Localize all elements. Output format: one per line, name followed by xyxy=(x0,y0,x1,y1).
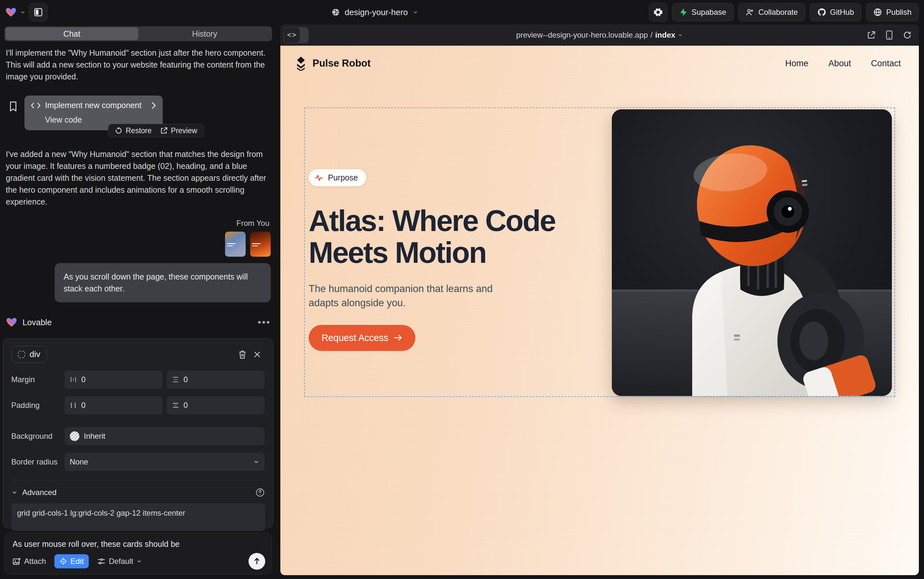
classes-textarea[interactable]: grid grid-cols-1 lg:grid-cols-2 gap-12 i… xyxy=(11,504,265,531)
chevron-down-icon xyxy=(253,459,260,465)
divider xyxy=(11,480,264,480)
element-tag: div xyxy=(29,349,40,359)
element-outline-icon xyxy=(18,351,25,358)
close-icon xyxy=(253,351,261,358)
attachment-image[interactable] xyxy=(225,232,246,257)
preview-toolbar-actions xyxy=(867,25,912,46)
url-separator: / xyxy=(650,31,653,39)
advanced-section-header[interactable]: Advanced xyxy=(11,488,264,497)
assistant-message: I've added a new "Why Humanoid" section … xyxy=(6,148,266,208)
margin-y-value: 0 xyxy=(184,375,188,384)
close-inspector-button[interactable] xyxy=(250,347,264,362)
settings-button[interactable] xyxy=(649,3,668,21)
supabase-label: Supabase xyxy=(692,8,726,17)
toggle-sidebar-button[interactable] xyxy=(29,3,47,21)
attach-image-icon xyxy=(13,557,21,566)
chevron-down-icon xyxy=(678,33,683,38)
padding-x-icon xyxy=(70,402,77,409)
composer-input[interactable]: As user mouse roll over, these cards sho… xyxy=(13,540,264,549)
restore-action[interactable]: Restore xyxy=(115,126,152,135)
send-button[interactable] xyxy=(248,553,265,570)
lovable-logo-icon[interactable] xyxy=(5,7,17,18)
margin-x-input[interactable]: 0 xyxy=(65,371,162,389)
preview-label: Preview xyxy=(171,126,198,135)
delete-element-button[interactable] xyxy=(235,347,250,362)
resize-handle-icon[interactable] xyxy=(256,487,262,493)
tab-chat[interactable]: Chat xyxy=(5,27,138,40)
from-you-label: From You xyxy=(6,219,269,228)
chat-composer[interactable]: As user mouse roll over, these cards sho… xyxy=(5,533,272,574)
topbar-actions: Supabase Collaborate GitHub Publish xyxy=(649,0,919,25)
hero-title: Atlas: Where Code Meets Motion xyxy=(309,205,560,269)
chevron-down-icon[interactable] xyxy=(20,9,26,15)
tool-call-row: Implement new component View code Restor… xyxy=(9,95,271,130)
sliders-icon xyxy=(97,558,106,565)
collaborate-button[interactable]: Collaborate xyxy=(738,3,805,21)
message-hover-actions: Restore Preview xyxy=(108,124,204,137)
publish-globe-icon xyxy=(873,8,882,17)
mobile-view-icon[interactable] xyxy=(885,30,893,40)
collaborate-icon xyxy=(746,8,754,17)
external-link-icon xyxy=(160,127,168,134)
selected-element-pill[interactable]: div xyxy=(11,346,47,363)
pulse-robot-logo-icon xyxy=(294,56,308,71)
attachment-thumbnails xyxy=(6,232,271,257)
edit-mode-button[interactable]: Edit xyxy=(54,554,89,568)
preview-action[interactable]: Preview xyxy=(160,126,198,135)
view-code-link[interactable]: View code xyxy=(45,115,156,124)
nav-about[interactable]: About xyxy=(828,59,851,69)
url-page: index xyxy=(655,31,676,39)
attach-button[interactable]: Attach xyxy=(13,557,46,566)
padding-y-input[interactable]: 0 xyxy=(167,396,264,414)
background-input[interactable]: Inherit xyxy=(65,427,264,445)
supabase-icon xyxy=(679,8,688,16)
project-switcher[interactable]: design-your-hero xyxy=(331,0,418,25)
gear-icon xyxy=(653,7,663,17)
code-view-toggle[interactable]: <> xyxy=(284,27,309,43)
tool-call-card[interactable]: Implement new component View code Restor… xyxy=(24,95,163,130)
request-access-button[interactable]: Request Access xyxy=(309,325,415,351)
attachment-image[interactable] xyxy=(250,232,271,257)
padding-y-value: 0 xyxy=(184,401,188,410)
border-radius-value: None xyxy=(70,457,88,466)
chevron-down-icon xyxy=(413,9,418,15)
margin-x-icon xyxy=(70,376,77,383)
border-radius-select[interactable]: None xyxy=(65,453,264,471)
background-value: Inherit xyxy=(84,432,106,441)
lovable-heart-icon xyxy=(6,317,17,328)
refresh-icon[interactable] xyxy=(903,31,912,39)
model-mode-select[interactable]: Default xyxy=(97,557,142,566)
message-menu-button[interactable]: ••• xyxy=(258,317,271,328)
nav-contact[interactable]: Contact xyxy=(871,59,901,69)
publish-label: Publish xyxy=(886,8,911,17)
tab-history[interactable]: History xyxy=(138,27,271,40)
preview-url[interactable]: preview--design-your-hero.lovable.app / … xyxy=(516,31,683,39)
nav-home[interactable]: Home xyxy=(785,59,808,69)
topbar-left xyxy=(5,0,47,25)
chat-history-tabs: Chat History xyxy=(5,26,272,41)
preview-toolbar: <> preview--design-your-hero.lovable.app… xyxy=(280,25,919,46)
cta-label: Request Access xyxy=(322,333,389,343)
bookmark-icon[interactable] xyxy=(9,101,17,111)
margin-y-input[interactable]: 0 xyxy=(167,371,264,389)
mode-label: Default xyxy=(109,557,133,566)
padding-label: Padding xyxy=(11,401,65,410)
sidebar-panel-icon xyxy=(33,7,43,17)
edit-label: Edit xyxy=(70,557,83,566)
site-brand[interactable]: Pulse Robot xyxy=(294,56,371,71)
code-icon: <> xyxy=(284,27,300,43)
github-button[interactable]: GitHub xyxy=(810,3,862,21)
margin-label: Margin xyxy=(11,375,65,384)
rendered-site: Pulse Robot Home About Contact Purpose A… xyxy=(280,46,919,575)
collaborate-label: Collaborate xyxy=(758,8,798,17)
selected-hero-section[interactable]: Purpose Atlas: Where Code Meets Motion T… xyxy=(304,108,895,397)
github-label: GitHub xyxy=(830,8,854,17)
padding-x-input[interactable]: 0 xyxy=(65,396,162,414)
open-in-new-tab-icon[interactable] xyxy=(867,31,876,39)
pulse-icon xyxy=(314,173,323,182)
supabase-button[interactable]: Supabase xyxy=(672,3,734,21)
site-brand-name: Pulse Robot xyxy=(312,57,371,69)
publish-button[interactable]: Publish xyxy=(866,3,919,21)
restore-label: Restore xyxy=(126,126,152,135)
hero-robot-image xyxy=(612,110,892,396)
